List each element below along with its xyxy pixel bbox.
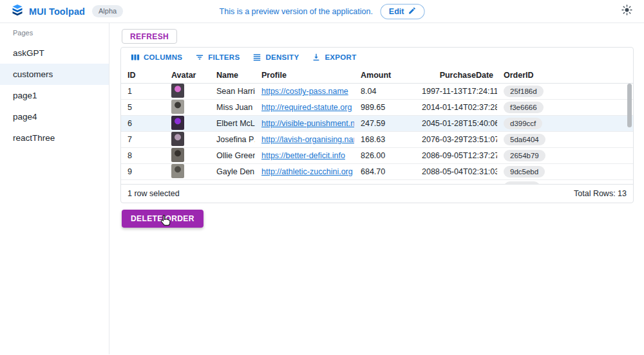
sidebar-item-label: reactThree xyxy=(13,133,55,143)
table-row[interactable]: 6 Elbert McL… http://visible-punishment.… xyxy=(121,116,633,132)
profile-link[interactable]: https://costly-pass.name xyxy=(261,87,348,96)
order-id-chip: 2654b79 xyxy=(504,150,545,161)
profile-link[interactable]: http://visible-punishment.net xyxy=(261,119,354,128)
pencil-icon xyxy=(408,6,416,17)
sidebar-item-customers[interactable]: customers xyxy=(0,64,109,85)
cell-avatar xyxy=(165,84,210,100)
cell-profile: http://required-statute.org xyxy=(255,103,354,112)
density-icon xyxy=(252,53,261,62)
cell-avatar xyxy=(165,100,210,116)
cell-id: 7 xyxy=(121,135,165,144)
profile-link[interactable]: http://lavish-organising.name xyxy=(261,135,354,144)
theme-toggle-button[interactable] xyxy=(621,5,632,18)
column-header-id[interactable]: ID xyxy=(121,71,165,80)
cell-profile: http://lavish-organising.name xyxy=(255,135,354,144)
cell-purchasedate: 2088-05-04T02:31:03.294Z xyxy=(415,167,497,176)
data-grid: COLUMNS FILTERS DE xyxy=(120,47,634,203)
sidebar-item-page1[interactable]: page1 xyxy=(0,85,109,106)
sun-icon xyxy=(621,5,632,18)
avatar xyxy=(171,132,184,146)
table-row[interactable]: 8 Ollie Green… https://better-deficit.in… xyxy=(121,148,633,164)
cell-amount: 247.59 xyxy=(354,119,415,128)
column-header-profile[interactable]: Profile xyxy=(255,71,354,80)
cell-orderid: 25f186d xyxy=(497,86,628,97)
column-header-orderid[interactable]: OrderID xyxy=(497,71,628,80)
preview-banner: This is a preview version of the applica… xyxy=(220,4,425,19)
sidebar-item-label: customers xyxy=(13,69,53,79)
edit-button-label: Edit xyxy=(389,7,404,16)
cell-id: 9 xyxy=(121,167,165,176)
avatar xyxy=(171,116,184,130)
mui-toolpad-logo-icon xyxy=(12,4,23,19)
export-button[interactable]: EXPORT xyxy=(307,50,361,64)
cell-purchasedate: 2045-01-28T15:40:06.325Z xyxy=(415,119,497,128)
order-id-chip: 5da6404 xyxy=(504,134,545,145)
order-id-chip xyxy=(504,181,540,184)
cell-id: 6 xyxy=(121,119,165,128)
edit-button[interactable]: Edit xyxy=(381,4,425,19)
cell-name: Miss Juan … xyxy=(210,103,255,112)
column-header-avatar[interactable]: Avatar xyxy=(165,71,210,80)
cell-id: 8 xyxy=(121,151,165,160)
grid-toolbar: COLUMNS FILTERS DE xyxy=(121,48,633,67)
columns-button[interactable]: COLUMNS xyxy=(126,50,187,64)
app-title: MUI Toolpad xyxy=(29,6,85,17)
profile-link[interactable]: http://athletic-zucchini.org xyxy=(261,167,353,176)
filters-button[interactable]: FILTERS xyxy=(191,50,244,64)
columns-button-label: COLUMNS xyxy=(144,53,182,61)
avatar xyxy=(171,148,184,162)
grid-footer: 1 row selected Total Rows: 13 xyxy=(121,184,633,203)
cell-purchasedate: 1997-11-13T17:24:11.769Z xyxy=(415,87,497,96)
avatar xyxy=(171,164,184,178)
profile-link[interactable]: http://required-statute.org xyxy=(261,103,352,112)
table-row[interactable]: 1 Sean Harris https://costly-pass.name 8… xyxy=(121,84,633,100)
density-button-label: DENSITY xyxy=(265,53,299,61)
table-row[interactable]: 5 Miss Juan … http://required-statute.or… xyxy=(121,100,633,116)
cell-name: Sean Harris xyxy=(210,87,255,96)
columns-icon xyxy=(131,53,140,62)
sidebar-item-label: page4 xyxy=(13,112,37,122)
delete-order-button[interactable]: DELETE ORDER xyxy=(122,210,204,228)
cell-orderid: d399ccf xyxy=(497,118,628,129)
alpha-badge: Alpha xyxy=(92,5,123,17)
column-header-name[interactable]: Name xyxy=(210,71,255,80)
avatar xyxy=(171,84,184,98)
table-row[interactable]: 9 Gayle Den… http://athletic-zucchini.or… xyxy=(121,164,633,180)
sidebar-item-reactthree[interactable]: reactThree xyxy=(0,127,109,149)
profile-link[interactable]: https://better-deficit.info xyxy=(261,151,345,160)
export-button-label: EXPORT xyxy=(325,53,356,61)
order-id-chip: 25f186d xyxy=(504,86,544,97)
cell-name: Ollie Green… xyxy=(210,151,255,160)
selection-status: 1 row selected xyxy=(128,189,180,198)
sidebar-item-askgpt[interactable]: askGPT xyxy=(0,42,109,64)
cell-orderid: 5da6404 xyxy=(497,134,628,145)
table-row[interactable]: 7 Josefina P… http://lavish-organising.n… xyxy=(121,132,633,148)
cell-amount: 684.70 xyxy=(354,167,415,176)
table-row-partial[interactable] xyxy=(121,180,633,184)
sidebar-header: Pages xyxy=(0,23,109,42)
sidebar-item-page4[interactable]: page4 xyxy=(0,106,109,127)
column-header-amount[interactable]: Amount xyxy=(354,71,415,80)
total-rows-label: Total Rows: 13 xyxy=(574,189,627,198)
cell-name: Elbert McL… xyxy=(210,119,255,128)
cell-amount: 168.63 xyxy=(354,135,415,144)
cell-avatar xyxy=(165,148,210,164)
cell-avatar xyxy=(165,116,210,132)
cell-id: 5 xyxy=(121,103,165,112)
cell-purchasedate: 2076-03-29T23:51:07.968Z xyxy=(415,135,497,144)
cell-orderid: f3e6666 xyxy=(497,102,628,113)
download-icon xyxy=(312,53,321,62)
sidebar-item-label: page1 xyxy=(13,91,37,100)
column-header-purchasedate[interactable]: PurchaseDate xyxy=(415,71,497,80)
cell-profile: http://athletic-zucchini.org xyxy=(255,167,354,176)
sidebar-nav: askGPT customers page1 page4 reactThree xyxy=(0,42,109,149)
main-content: REFRESH COLUMNS xyxy=(109,23,644,354)
vertical-scrollbar[interactable] xyxy=(627,84,632,127)
cell-amount: 8.04 xyxy=(354,87,415,96)
brand: MUI Toolpad Alpha xyxy=(12,4,123,19)
cell-purchasedate: 2014-01-14T02:37:28.536Z xyxy=(415,103,497,112)
refresh-button[interactable]: REFRESH xyxy=(122,29,177,44)
density-button[interactable]: DENSITY xyxy=(248,50,303,64)
cell-orderid: 2654b79 xyxy=(497,150,628,161)
grid-header-row: ID Avatar Name Profile Amount PurchaseDa… xyxy=(121,67,633,84)
